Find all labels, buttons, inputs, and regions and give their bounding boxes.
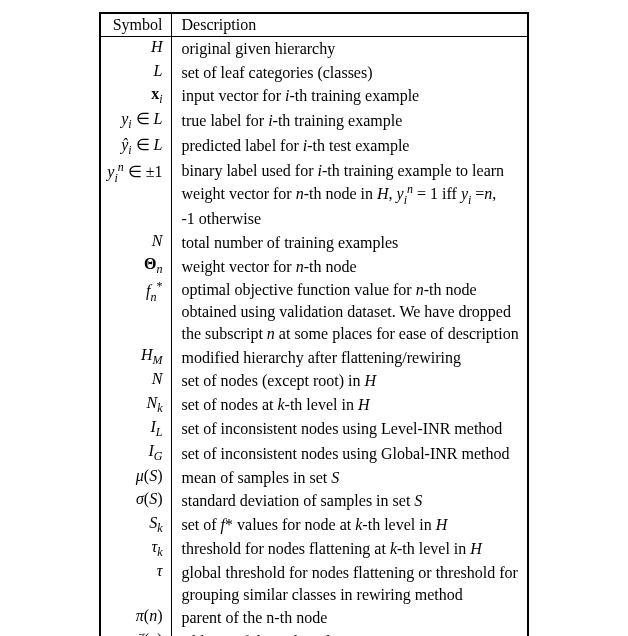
description-cell: weight vector for n-th node — [171, 254, 528, 278]
header-symbol: Symbol — [100, 13, 171, 37]
table-row: Nkset of nodes at k-th level in H — [100, 393, 527, 417]
table-row: xiinput vector for i-th training example — [100, 84, 527, 108]
table-row: σ(S)standard deviation of samples in set… — [100, 489, 527, 513]
description-cell: modified hierarchy after flattening/rewi… — [171, 345, 528, 369]
description-cell: global threshold for nodes flattening or… — [171, 561, 528, 606]
symbol-cell: ŷi ∈ L — [100, 134, 171, 159]
symbol-cell: H — [100, 37, 171, 61]
symbol-cell: μ(S) — [100, 466, 171, 490]
table-row: τkthreshold for nodes flattening at k-th… — [100, 537, 527, 561]
symbol-cell: xi — [100, 84, 171, 108]
description-cell: set of leaf categories (classes) — [171, 61, 528, 85]
table-row: Θnweight vector for n-th node — [100, 254, 527, 278]
description-cell: threshold for nodes flattening at k-th l… — [171, 537, 528, 561]
description-cell: original given hierarchy — [171, 37, 528, 61]
table-row: π(n)parent of the n-th node — [100, 606, 527, 630]
table-row: τglobal threshold for nodes flattening o… — [100, 561, 527, 606]
description-cell: true label for i-th training example — [171, 108, 528, 133]
table-row: fn*optimal objective function value for … — [100, 278, 527, 345]
symbol-cell: τ — [100, 561, 171, 606]
symbol-cell: π(n) — [100, 606, 171, 630]
description-cell: set of inconsistent nodes using Global-I… — [171, 441, 528, 465]
symbol-cell: Θn — [100, 254, 171, 278]
header-description: Description — [171, 13, 528, 37]
table-row: ILset of inconsistent nodes using Level-… — [100, 417, 527, 441]
description-cell: parent of the n-th node — [171, 606, 528, 630]
header-row: Symbol Description — [100, 13, 527, 37]
table-row: yin ∈ ±1binary label used for i-th train… — [100, 159, 527, 231]
table-row: Skset of f* values for node at k-th leve… — [100, 513, 527, 537]
table-row: Nset of nodes (except root) in H — [100, 369, 527, 393]
symbol-cell: ζ(n) — [100, 630, 171, 636]
table-row: IGset of inconsistent nodes using Global… — [100, 441, 527, 465]
symbol-cell: yin ∈ ±1 — [100, 159, 171, 231]
symbol-cell: N — [100, 369, 171, 393]
symbol-cell: τk — [100, 537, 171, 561]
table-row: yi ∈ Ltrue label for i-th training examp… — [100, 108, 527, 133]
table-row: Horiginal given hierarchy — [100, 37, 527, 61]
table-row: HMmodified hierarchy after flattening/re… — [100, 345, 527, 369]
description-cell: mean of samples in set S — [171, 466, 528, 490]
description-cell: input vector for i-th training example — [171, 84, 528, 108]
description-cell: siblings of the n-th node — [171, 630, 528, 636]
table-row: Lset of leaf categories (classes) — [100, 61, 527, 85]
table-row: ζ(n)siblings of the n-th node — [100, 630, 527, 636]
symbol-cell: IL — [100, 417, 171, 441]
description-cell: set of nodes (except root) in H — [171, 369, 528, 393]
notation-table: Symbol Description Horiginal given hiera… — [99, 12, 528, 636]
description-cell: set of inconsistent nodes using Level-IN… — [171, 417, 528, 441]
table-row: Ntotal number of training examples — [100, 231, 527, 255]
symbol-cell: IG — [100, 441, 171, 465]
table-row: ŷi ∈ Lpredicted label for i-th test exam… — [100, 134, 527, 159]
symbol-cell: L — [100, 61, 171, 85]
description-cell: total number of training examples — [171, 231, 528, 255]
description-cell: binary label used for i-th training exam… — [171, 159, 528, 231]
symbol-cell: yi ∈ L — [100, 108, 171, 133]
description-cell: optimal objective function value for n-t… — [171, 278, 528, 345]
symbol-cell: Sk — [100, 513, 171, 537]
symbol-cell: Nk — [100, 393, 171, 417]
symbol-cell: σ(S) — [100, 489, 171, 513]
symbol-cell: HM — [100, 345, 171, 369]
description-cell: standard deviation of samples in set S — [171, 489, 528, 513]
description-cell: set of nodes at k-th level in H — [171, 393, 528, 417]
symbol-cell: fn* — [100, 278, 171, 345]
table-row: μ(S)mean of samples in set S — [100, 466, 527, 490]
table-body: Horiginal given hierarchyLset of leaf ca… — [100, 37, 527, 637]
description-cell: predicted label for i-th test example — [171, 134, 528, 159]
description-cell: set of f* values for node at k-th level … — [171, 513, 528, 537]
symbol-cell: N — [100, 231, 171, 255]
